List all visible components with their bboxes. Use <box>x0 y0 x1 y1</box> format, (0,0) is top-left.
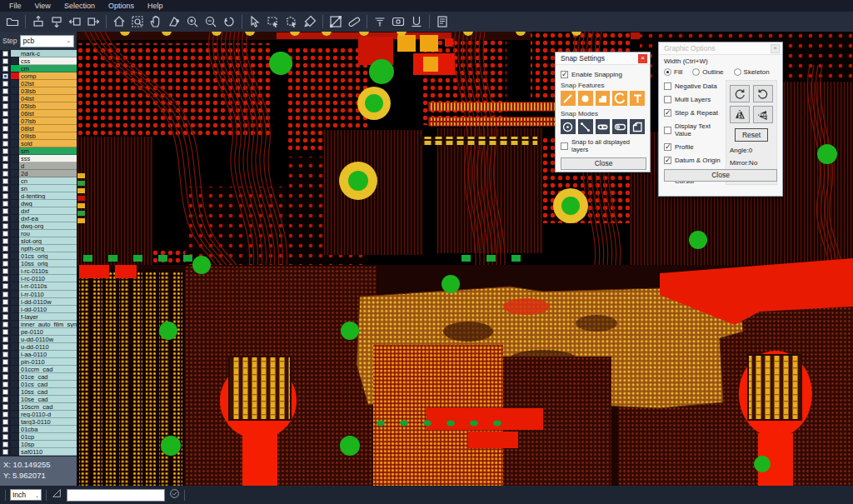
checkbox-box[interactable] <box>2 193 8 199</box>
checkbox-box[interactable] <box>2 133 8 139</box>
layer-visibility-checkbox[interactable] <box>0 72 11 80</box>
layer-row-2d[interactable]: 2d <box>0 170 77 177</box>
layer-name-label[interactable]: pe-0110 <box>19 328 77 336</box>
layer-row-cm[interactable]: cm <box>0 65 77 72</box>
layer-color-swatch[interactable] <box>11 132 19 140</box>
layer-name-label[interactable]: 10scm_cad <box>19 403 77 411</box>
option-checkbox-negative-data[interactable]: Negative Data <box>664 82 724 90</box>
layer-color-swatch[interactable] <box>11 140 19 147</box>
import-up-icon[interactable] <box>29 13 47 30</box>
layer-name-label[interactable]: cn <box>19 177 77 185</box>
layer-name-label[interactable]: css <box>19 57 77 65</box>
layer-color-swatch[interactable] <box>11 336 19 343</box>
layer-row-css[interactable]: css <box>0 57 77 65</box>
layer-name-label[interactable]: 2d <box>19 170 77 177</box>
mode-surface-button[interactable] <box>630 119 645 134</box>
layer-visibility-checkbox[interactable] <box>0 237 11 245</box>
layer-visibility-checkbox[interactable] <box>0 95 11 102</box>
layer-row-i-aa-0110[interactable]: i-aa-0110 <box>0 351 77 358</box>
checkbox-box[interactable] <box>2 382 8 387</box>
layer-color-swatch[interactable] <box>11 95 19 102</box>
layer-visibility-checkbox[interactable] <box>0 177 11 185</box>
checkbox-box[interactable] <box>2 419 8 425</box>
checkbox-box[interactable] <box>2 156 8 162</box>
layer-name-label[interactable]: i-aa-0110 <box>19 351 77 358</box>
zoom-object-icon[interactable] <box>165 13 183 30</box>
layer-color-swatch[interactable] <box>11 282 19 290</box>
pan-icon[interactable] <box>147 13 165 30</box>
layer-name-label[interactable]: 09lsb <box>19 132 77 140</box>
checkbox-box[interactable] <box>2 283 8 289</box>
layer-color-swatch[interactable] <box>11 192 19 200</box>
layer-visibility-checkbox[interactable] <box>0 418 11 426</box>
layer-visibility-checkbox[interactable] <box>0 140 11 147</box>
snap-magnet-icon[interactable] <box>407 13 426 30</box>
layer-row-dxf[interactable]: dxf <box>0 207 77 215</box>
layer-visibility-checkbox[interactable] <box>0 291 11 298</box>
rotate-cw-button[interactable] <box>730 85 750 102</box>
layer-row-10ss_orig[interactable]: 10ss_orig <box>0 260 77 267</box>
layer-visibility-checkbox[interactable] <box>0 403 11 411</box>
layer-color-swatch[interactable] <box>11 117 19 125</box>
checkbox-box[interactable] <box>2 208 8 214</box>
layer-name-label[interactable]: 05lsb <box>19 102 77 110</box>
layer-visibility-checkbox[interactable] <box>0 87 11 95</box>
checkbox-box[interactable] <box>2 148 8 154</box>
layer-name-label[interactable]: sm <box>19 147 77 155</box>
layer-color-swatch[interactable] <box>11 207 19 215</box>
layer-color-swatch[interactable] <box>11 72 19 80</box>
checkbox-box[interactable] <box>561 142 568 150</box>
layer-color-swatch[interactable] <box>11 215 19 222</box>
radio-skeleton[interactable]: Skeleton <box>734 68 770 76</box>
checkbox-box[interactable] <box>2 73 8 79</box>
checkbox-box[interactable] <box>2 118 8 124</box>
mirror-horizontal-button[interactable] <box>730 106 750 123</box>
option-checkbox-datum-origin[interactable]: Datum & Origin <box>664 157 724 164</box>
rotate-ccw-button[interactable] <box>753 85 773 102</box>
layer-name-label[interactable]: sss <box>19 155 77 162</box>
layer-name-label[interactable]: dxf-ea <box>19 215 77 222</box>
checkbox-box[interactable] <box>2 449 8 455</box>
layer-visibility-checkbox[interactable] <box>0 245 11 252</box>
layer-visibility-checkbox[interactable] <box>0 215 11 222</box>
checkbox-box[interactable] <box>2 442 8 447</box>
zoom-out-icon[interactable] <box>202 13 220 30</box>
layer-name-label[interactable]: sn <box>19 185 77 192</box>
open-folder-icon[interactable] <box>3 13 22 30</box>
layer-color-swatch[interactable] <box>11 358 19 366</box>
layer-color-swatch[interactable] <box>11 102 19 110</box>
mode-center-button[interactable] <box>561 119 576 134</box>
layer-visibility-checkbox[interactable] <box>0 388 11 396</box>
layer-visibility-checkbox[interactable] <box>0 185 11 192</box>
layer-visibility-checkbox[interactable] <box>0 65 11 72</box>
close-icon[interactable]: × <box>771 44 780 53</box>
layer-row-i-rr-0110s[interactable]: i-rr-0110s <box>0 282 77 290</box>
layer-visibility-checkbox[interactable] <box>0 102 11 110</box>
layer-visibility-checkbox[interactable] <box>0 110 11 117</box>
layer-color-swatch[interactable] <box>11 87 19 95</box>
checkbox-box[interactable] <box>2 58 8 64</box>
layer-color-swatch[interactable] <box>11 230 19 237</box>
layer-row-d-tenting[interactable]: d-tenting <box>0 192 77 200</box>
layer-visibility-checkbox[interactable] <box>0 366 11 373</box>
layer-visibility-checkbox[interactable] <box>0 441 11 448</box>
layer-name-label[interactable]: cm <box>19 65 77 72</box>
option-checkbox-profile[interactable]: Profile <box>664 143 724 151</box>
checkbox-box[interactable] <box>664 143 671 151</box>
layer-visibility-checkbox[interactable] <box>0 373 11 381</box>
layer-visibility-checkbox[interactable] <box>0 313 11 321</box>
layer-visibility-checkbox[interactable] <box>0 162 11 170</box>
checkbox-box[interactable] <box>2 171 8 177</box>
layer-name-label[interactable]: 01ce_cad <box>19 373 77 381</box>
checkbox-box[interactable] <box>2 337 8 342</box>
layer-color-swatch[interactable] <box>11 373 19 381</box>
layer-color-swatch[interactable] <box>11 366 19 373</box>
snap-dialog-titlebar[interactable]: Snap Settings × <box>556 52 650 65</box>
option-checkbox-multi-layers[interactable]: Multi Layers <box>664 96 724 103</box>
layer-visibility-checkbox[interactable] <box>0 117 11 125</box>
layer-name-label[interactable]: dwg-org <box>19 222 77 230</box>
layer-row-sold[interactable]: sold <box>0 140 77 147</box>
layer-color-swatch[interactable] <box>11 381 19 388</box>
layer-visibility-checkbox[interactable] <box>0 328 11 336</box>
reset-button[interactable]: Reset <box>735 128 768 142</box>
